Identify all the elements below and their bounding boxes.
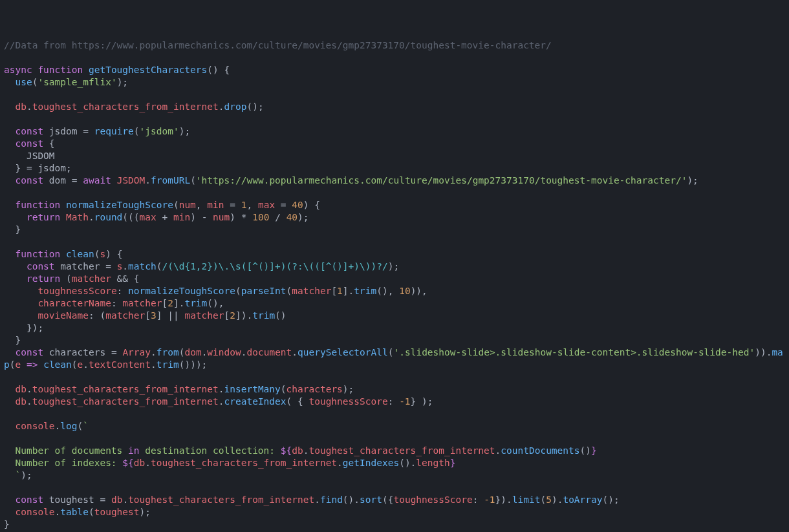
kw-const: const (15, 138, 43, 149)
prop-moviename: movieName (38, 310, 89, 321)
kw-const: const (27, 261, 55, 271)
kw-function: function (15, 200, 60, 210)
id-coll: toughest_characters_from_internet (128, 495, 314, 505)
fn-table: table (60, 507, 89, 517)
fn-clean2: clean (43, 359, 72, 370)
fn-drop: drop (224, 101, 247, 112)
fn-sort: sort (360, 495, 382, 505)
fn-find: find (320, 495, 343, 505)
fn-use: use (15, 77, 32, 87)
id-characters: characters (49, 347, 105, 357)
kw-const: const (15, 495, 43, 505)
fn-log: log (60, 421, 77, 431)
num-3: 3 (151, 310, 157, 321)
fn-normalize: normalizeToughScore (66, 200, 173, 210)
fn-from: from (157, 347, 179, 357)
fn-trim: trim (354, 286, 376, 296)
id-db: db (15, 384, 26, 394)
id-array: Array (122, 347, 151, 357)
kw-function: function (15, 249, 60, 259)
id-console: console (15, 421, 54, 431)
fn-getindexes: getIndexes (343, 458, 399, 468)
num-10: 10 (399, 286, 410, 296)
str-url: 'https://www.popularmechanics.com/cultur… (196, 175, 687, 186)
num-100: 100 (252, 212, 269, 222)
fn-clean: clean (66, 249, 94, 259)
fn-trim: trim (252, 310, 275, 321)
num-1: 1 (337, 286, 343, 296)
id-coll: toughest_characters_from_internet (32, 396, 219, 407)
prop-charname: characterName (38, 298, 111, 308)
kw-const: const (15, 347, 43, 357)
kw-return: return (27, 273, 60, 284)
str-dest: destination collection: (140, 445, 281, 456)
kw-return: return (27, 212, 60, 222)
id-length: length (416, 458, 449, 468)
id-JSDOM2: JSDOM (117, 175, 146, 186)
fn-count: countDocuments (501, 445, 579, 456)
id-db: db (15, 396, 26, 407)
fn-insertmany: insertMany (224, 384, 281, 394)
id-dom: dom (49, 175, 66, 186)
id-coll: toughest_characters_from_internet (32, 101, 219, 112)
id-db: db (15, 101, 26, 112)
fn-fromURL: fromURL (151, 175, 190, 186)
backtick: ` (83, 421, 89, 431)
str-db: 'sample_mflix' (38, 77, 116, 87)
str-selector: '.slideshow-slide>.slideshow-slide-conte… (393, 347, 755, 357)
prop-toughness: toughnessScore (308, 396, 387, 407)
kw-in: in (128, 445, 139, 456)
fn-qsa: querySelectorAll (297, 347, 388, 357)
fn-trim: trim (157, 359, 179, 370)
fn-match: match (128, 261, 157, 271)
kw-const: const (15, 175, 43, 186)
fn-require: require (94, 126, 134, 136)
num-neg1: -1 (484, 495, 495, 505)
id-console: console (15, 507, 54, 517)
id-db: db (111, 495, 122, 505)
kw-await: await (83, 175, 111, 186)
prop-toughness: toughnessScore (38, 286, 116, 296)
prop-toughness: toughnessScore (393, 495, 472, 505)
comment-line: //Data from https://www.popularmechanics… (4, 40, 552, 50)
id-coll: toughest_characters_from_internet (32, 384, 219, 394)
num-5: 5 (546, 495, 552, 505)
regex: /(\d{1,2})\.\s([^()]+)(?:\(([^()]+)\))?/ (162, 261, 387, 271)
id-jsdom: jsdom (49, 126, 78, 136)
num-neg1: -1 (399, 396, 410, 407)
kw-async: async (4, 65, 32, 75)
fn-name: getToughestCharacters (89, 65, 207, 75)
kw-function: function (38, 65, 83, 75)
id-toughest: toughest (49, 495, 94, 505)
id-characters-arg: characters (286, 384, 343, 394)
param-s: s (100, 249, 105, 259)
code-editor[interactable]: //Data from https://www.popularmechanics… (4, 39, 785, 532)
fn-round: round (94, 212, 123, 222)
fn-limit: limit (512, 495, 541, 505)
fn-toarray: toArray (563, 495, 602, 505)
id-JSDOM: JSDOM (27, 151, 55, 161)
kw-const: const (15, 126, 43, 136)
fn-normalize2: normalizeToughScore (128, 286, 235, 296)
num-40: 40 (286, 212, 297, 222)
fn-parseInt: parseInt (241, 286, 286, 296)
num-2: 2 (168, 298, 173, 308)
str-jsdom: 'jsdom' (140, 126, 179, 136)
id-math: Math (66, 212, 89, 222)
fn-trim: trim (184, 298, 207, 308)
id-jsdom2: jsdom (38, 163, 66, 173)
id-toughest-arg: toughest (94, 507, 140, 517)
num-2b: 2 (230, 310, 235, 321)
fn-createindex: createIndex (224, 396, 286, 407)
id-matcher: matcher (60, 261, 100, 271)
